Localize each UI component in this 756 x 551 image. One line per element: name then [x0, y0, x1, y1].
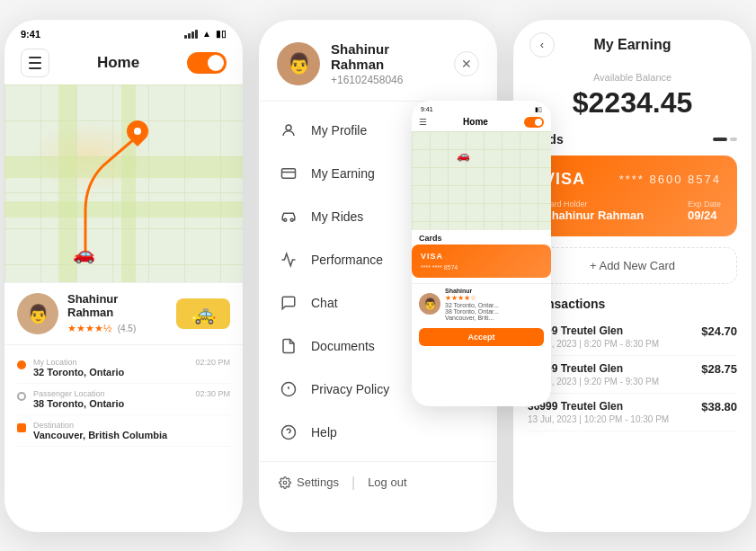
- txn-name-3: 36999 Treutel Glen: [528, 400, 669, 413]
- driver-card: 👨 Shahinur Rahman ★★★★½ (4.5) 🚕: [4, 282, 243, 344]
- my-location-label: My Location: [33, 358, 188, 367]
- menu-label-rides: My Rides: [311, 209, 363, 224]
- visa-exp-label: Exp Date: [688, 200, 721, 209]
- driver-stars: ★★★★½: [67, 323, 111, 333]
- destination-dot: [17, 423, 26, 432]
- menu-label-help: Help: [311, 425, 337, 440]
- settings-link[interactable]: Settings: [279, 475, 339, 489]
- mini-driver-name: Shahinur ★★★★☆ 32 Toronto, Ontar... 38 T…: [445, 288, 499, 321]
- mini-map: 🚗: [412, 131, 551, 230]
- txn-amount-1: $24.70: [701, 324, 737, 338]
- svg-point-3: [290, 218, 293, 221]
- menu-label-chat: Chat: [311, 296, 338, 310]
- menu-avatar: 👨: [277, 42, 320, 85]
- earning-icon: [279, 164, 298, 183]
- passenger-time: 02:30 PM: [195, 389, 230, 398]
- destination-value: Vancouver, British Columbia: [33, 430, 230, 440]
- trip-details: My Location 32 Toronto, Ontario 02:20 PM…: [4, 344, 243, 454]
- transaction-row-2: 36999 Treutel Glen 13 Jul, 2023 | 9:20 P…: [528, 356, 737, 394]
- driver-info: Shahinur Rahman ★★★★½ (4.5): [67, 292, 167, 335]
- logout-button[interactable]: Log out: [368, 475, 406, 489]
- profile-icon: [279, 120, 298, 140]
- visa-exp-section: Exp Date 09/24: [688, 200, 721, 222]
- transactions-title: Transactions: [528, 297, 737, 311]
- phone-menu-wrapper: 👨 Shahinur Rahman +16102458046 ✕ My Prof…: [259, 20, 497, 532]
- visa-holder-label: Card Holder: [544, 200, 644, 209]
- passenger-dot: [17, 392, 26, 401]
- help-icon: [279, 422, 298, 442]
- battery-icon: ▮▯: [216, 29, 227, 39]
- passenger-location: 38 Toronto, Ontario: [33, 398, 188, 409]
- visa-exp-date: 09/24: [688, 209, 721, 222]
- driver-rating: (4.5): [118, 324, 137, 333]
- menu-label-earning: My Earning: [311, 166, 375, 181]
- mini-status-bar: 9:41 ▮▯: [412, 101, 551, 115]
- status-time-home: 9:41: [21, 29, 40, 40]
- mini-battery: ▮▯: [535, 106, 542, 113]
- menu-label-profile: My Profile: [311, 123, 367, 138]
- add-card-button[interactable]: + Add New Card: [528, 247, 737, 284]
- destination-pin: [127, 120, 148, 142]
- menu-user-info: Shahinur Rahman +16102458046: [331, 41, 443, 86]
- phone-home: 9:41 ▲ ▮▯ Home: [4, 20, 243, 532]
- cards-pagination: [713, 138, 737, 141]
- mini-topbar: ☰ Home: [412, 115, 551, 131]
- cards-header: Cards: [528, 132, 737, 147]
- availability-toggle[interactable]: [187, 52, 227, 74]
- documents-icon: [279, 336, 298, 356]
- rides-icon: [279, 207, 298, 227]
- back-button[interactable]: ‹: [529, 32, 555, 58]
- earning-topbar: ‹ My Earning: [513, 20, 752, 65]
- menu-footer: Settings | Log out: [259, 461, 497, 503]
- transaction-row-1: 36999 Treutel Glen 13 Jul, 2023 | 8:20 P…: [528, 318, 737, 356]
- menu-label-privacy: Privacy Policy: [311, 382, 389, 396]
- privacy-icon: [279, 379, 298, 399]
- route-line: [4, 84, 243, 282]
- menu-user-name: Shahinur Rahman: [331, 41, 443, 72]
- chat-icon: [279, 293, 298, 313]
- map-view: 🚗: [4, 84, 243, 282]
- svg-point-0: [286, 125, 291, 130]
- car-thumbnail: 🚕: [176, 298, 230, 329]
- mini-cards-label: Cards: [412, 230, 551, 244]
- menu-label-documents: Documents: [311, 339, 375, 353]
- mini-accept-button[interactable]: Accept: [419, 328, 544, 346]
- hamburger-menu[interactable]: [21, 49, 49, 77]
- visa-holder-section: Card Holder Shahinur Rahman: [544, 200, 644, 222]
- my-location-time: 02:20 PM: [195, 358, 230, 367]
- footer-divider: |: [351, 475, 355, 491]
- svg-point-2: [284, 218, 287, 221]
- mini-card-number: **** **** 8574: [421, 264, 542, 271]
- menu-item-help[interactable]: Help: [259, 411, 497, 454]
- txn-date-3: 13 Jul, 2023 | 10:20 PM - 10:30 PM: [528, 414, 669, 424]
- visa-card: VISA **** 8600 8574 Card Holder Shahinur…: [528, 156, 737, 236]
- visa-card-header: VISA **** 8600 8574: [544, 170, 721, 189]
- visa-card-footer: Card Holder Shahinur Rahman Exp Date 09/…: [544, 200, 721, 222]
- trip-row-destination: Destination Vancouver, British Columbia: [17, 415, 230, 447]
- mini-home-title: Home: [432, 117, 519, 127]
- txn-amount-2: $28.75: [701, 362, 737, 376]
- menu-header: 👨 Shahinur Rahman +16102458046 ✕: [259, 20, 497, 102]
- mini-visa-brand: VISA: [421, 252, 542, 261]
- visa-number: **** 8600 8574: [619, 173, 721, 186]
- driver-name: Shahinur Rahman: [67, 292, 167, 319]
- svg-point-9: [283, 481, 287, 484]
- transaction-row-3: 36999 Treutel Glen 13 Jul, 2023 | 10:20 …: [528, 394, 737, 431]
- origin-dot: [17, 360, 26, 369]
- menu-user-phone: +16102458046: [331, 74, 443, 86]
- passenger-label: Passenger Location: [33, 389, 188, 398]
- txn-info-3: 36999 Treutel Glen 13 Jul, 2023 | 10:20 …: [528, 400, 669, 424]
- balance-label: Available Balance: [513, 72, 752, 83]
- home-topbar: Home: [4, 43, 243, 84]
- trip-row-passenger: Passenger Location 38 Toronto, Ontario 0…: [17, 384, 230, 415]
- my-location-value: 32 Toronto, Ontario: [33, 367, 188, 378]
- earning-title: My Earning: [564, 37, 701, 53]
- menu-label-performance: Performance: [311, 253, 383, 267]
- mini-driver-avatar: 👨: [419, 293, 440, 315]
- wifi-icon: ▲: [202, 29, 211, 39]
- destination-label: Destination: [33, 421, 230, 430]
- signal-icon: [184, 30, 198, 39]
- close-menu-button[interactable]: ✕: [454, 51, 479, 76]
- mini-driver-card: 👨 Shahinur ★★★★☆ 32 Toronto, Ontar... 38…: [412, 283, 551, 324]
- car-map-icon: 🚗: [73, 243, 95, 264]
